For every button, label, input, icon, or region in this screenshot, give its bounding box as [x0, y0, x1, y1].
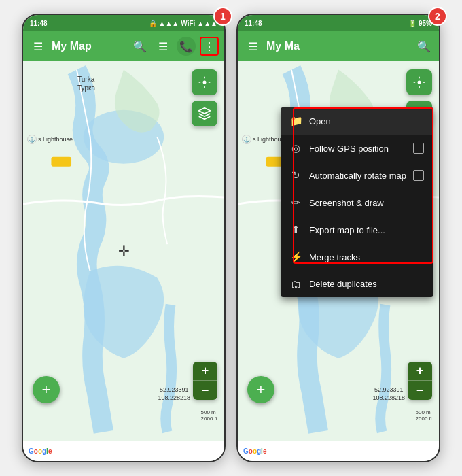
zoom-controls-1: + −	[193, 362, 217, 400]
merge-icon: ⚡	[290, 251, 302, 263]
pencil-icon: ✏	[290, 197, 302, 209]
lighthouse-icon-2: ⚓	[242, 135, 251, 144]
battery-icon: 🔋	[408, 20, 416, 27]
gps-button-1[interactable]	[192, 69, 217, 95]
app-title-2: My Ma	[266, 40, 410, 52]
scale-2000ft-2: 2000 ft	[416, 415, 432, 422]
status-bar-1: 11:48 🔒 ▲▲▲ WiFi ▲▲▲	[23, 15, 224, 31]
add-button-2[interactable]: +	[247, 376, 274, 403]
svg-point-3	[203, 81, 207, 84]
crosshair-1: ✛	[118, 244, 130, 258]
menu-item-gps[interactable]: ◎ Follow GPS position	[281, 135, 433, 162]
step-badge-1: 1	[213, 7, 232, 26]
google-logo-1: Google	[29, 447, 52, 455]
app-title-1: My Map	[52, 40, 126, 52]
phone-1-wrapper: 1 11:48 🔒 ▲▲▲ WiFi ▲▲▲ ☰ My Map 🔍 ☰ 📞 ⋮	[22, 14, 226, 462]
lock-icon: 🔒	[149, 20, 157, 27]
phone-1-frame: 11:48 🔒 ▲▲▲ WiFi ▲▲▲ ☰ My Map 🔍 ☰ 📞 ⋮	[22, 14, 226, 462]
menu-item-export[interactable]: ⬆ Export map to file...	[281, 216, 433, 243]
menu-rotate-label: Automatically rotate map	[309, 171, 406, 181]
scale-bar-1: 500 m 2000 ft	[201, 409, 217, 422]
svg-point-7	[418, 81, 421, 84]
google-logo-2: Google	[243, 447, 266, 455]
map-area-1: TurkaТурка ⚓ s.Lighthouse ✛ + − +	[23, 61, 224, 441]
phone-icon-1[interactable]: 📞	[177, 37, 196, 56]
time-2: 11:48	[245, 20, 262, 27]
menu-open-label: Open	[309, 116, 331, 126]
menu-gps-label: Follow GPS position	[309, 143, 389, 154]
phone-2-frame: 11:48 🔋 95% ☰ My Ma 🔍	[236, 14, 440, 462]
step-badge-2: 2	[428, 7, 447, 26]
scale-2000ft-1: 2000 ft	[201, 415, 217, 422]
add-button-1[interactable]: +	[33, 376, 60, 403]
zoom-in-button-2[interactable]: +	[408, 362, 432, 381]
layers-button-1[interactable]	[192, 101, 217, 126]
zoom-in-button-1[interactable]: +	[193, 362, 217, 381]
rotate-icon: ↻	[290, 169, 302, 182]
top-bar-1: ☰ My Map 🔍 ☰ 📞 ⋮	[23, 31, 224, 61]
coordinates-1: 52.923391 108.228218	[158, 386, 190, 403]
wifi-icon: WiFi	[181, 20, 195, 27]
signal-icon: ▲▲▲	[159, 20, 179, 27]
lighthouse-marker-1: ⚓ s.Lighthouse	[27, 135, 73, 144]
zoom-out-button-1[interactable]: −	[193, 381, 217, 400]
list-icon-1[interactable]: ☰	[154, 37, 173, 56]
menu-delete-label: Delete duplicates	[309, 279, 377, 289]
gps-button-2[interactable]	[406, 69, 432, 95]
map-area-2: ⚓ s.Lighthouse ✛ + − + 52.923391 1	[238, 61, 439, 441]
menu-icon-2[interactable]: ☰	[243, 37, 262, 56]
zoom-out-button-2[interactable]: −	[408, 381, 432, 400]
lighthouse-label-1: s.Lighthouse	[38, 136, 73, 143]
time-1: 11:48	[30, 20, 48, 27]
city-label-1: TurkaТурка	[77, 75, 95, 92]
phone-2-wrapper: 2 11:48 🔋 95% ☰ My Ma 🔍	[236, 14, 440, 462]
bottom-bar-2: Google	[238, 441, 439, 461]
rotate-checkbox[interactable]	[413, 170, 424, 181]
scale-500m-2: 500 m	[416, 409, 432, 415]
menu-item-merge[interactable]: ⚡ Merge tracks	[281, 243, 433, 271]
gps-checkbox[interactable]	[413, 143, 424, 154]
menu-item-rotate[interactable]: ↻ Automatically rotate map	[281, 162, 433, 189]
scale-bar-2: 500 m 2000 ft	[416, 409, 432, 422]
menu-item-delete[interactable]: 🗂 Delete duplicates	[281, 271, 433, 297]
coordinates-2: 52.923391 108.228218	[372, 386, 405, 403]
top-bar-2: ☰ My Ma 🔍	[238, 31, 439, 61]
dropdown-menu-2: 📁 Open ◎ Follow GPS position ↻ Automatic…	[281, 107, 433, 297]
open-folder-icon: 📁	[290, 115, 302, 127]
bottom-bar-1: Google	[23, 441, 224, 461]
more-vert-icon-1[interactable]: ⋮	[200, 37, 219, 56]
menu-icon-1[interactable]: ☰	[29, 37, 48, 56]
menu-item-open[interactable]: 📁 Open	[281, 107, 433, 135]
menu-merge-label: Merge tracks	[309, 252, 360, 262]
svg-rect-2	[51, 157, 71, 167]
scale-500m-1: 500 m	[201, 409, 217, 415]
status-bar-2: 11:48 🔋 95%	[238, 15, 439, 31]
menu-screenshot-label: Screenshot & draw	[309, 198, 384, 208]
lighthouse-icon-1: ⚓	[27, 135, 37, 144]
menu-item-screenshot[interactable]: ✏ Screenshot & draw	[281, 189, 433, 216]
zoom-controls-2: + −	[408, 362, 432, 400]
gps-menu-icon: ◎	[290, 142, 302, 154]
search-icon-2[interactable]: 🔍	[414, 37, 433, 56]
status-icons-1: 🔒 ▲▲▲ WiFi ▲▲▲	[149, 20, 217, 27]
search-icon-1[interactable]: 🔍	[130, 37, 149, 56]
menu-export-label: Export map to file...	[309, 225, 385, 235]
export-icon: ⬆	[290, 224, 302, 236]
delete-icon: 🗂	[290, 278, 302, 290]
